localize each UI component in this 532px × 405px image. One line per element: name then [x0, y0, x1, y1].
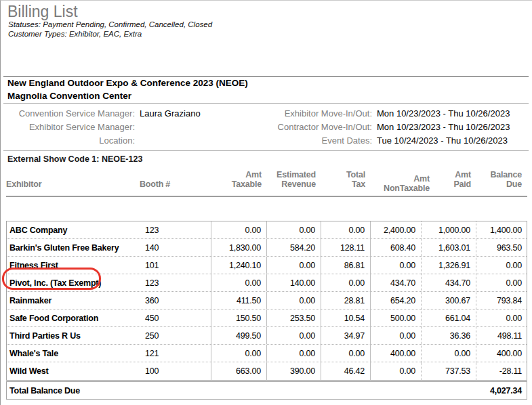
- cell-balance-due: 793.84: [476, 292, 527, 309]
- cell-amt-nontaxable: 2,400.00: [371, 221, 422, 238]
- total-label: Total Balance Due: [9, 386, 80, 396]
- cell-exhibitor: Fitness First: [7, 257, 140, 274]
- cell-balance-due: -28.11: [476, 362, 527, 380]
- cell-amt-nontaxable: 0.00: [371, 257, 422, 274]
- cell-amt-nontaxable: 0.00: [371, 362, 422, 380]
- cell-amt-paid: 36.36: [422, 327, 476, 344]
- cell-booth: 100: [140, 362, 211, 380]
- table-row: Whale's Tale1210.000.000.00400.000.00400…: [7, 345, 527, 362]
- cell-amt-paid: 0.00: [422, 345, 476, 362]
- cell-booth: 101: [140, 257, 211, 274]
- cell-estimated-revenue: 390.00: [267, 362, 321, 380]
- cell-amt-paid: 1,326.91: [422, 257, 476, 274]
- column-header-amt-nontaxable: Amt NonTaxable: [371, 172, 431, 193]
- cell-balance-due: 963.50: [476, 239, 527, 256]
- table-row: Fitness First1011,240.100.0086.810.001,3…: [7, 257, 527, 274]
- table-row: ABC Company1230.000.000.002,400.001,000.…: [7, 221, 527, 239]
- label-convention-service-manager: Convention Service Manager:: [7, 108, 135, 119]
- label-contractor-move-in-out: Contractor Move-In/Out:: [201, 122, 372, 132]
- cell-booth: 121: [140, 345, 211, 362]
- cell-amt-nontaxable: 608.40: [371, 239, 422, 256]
- cell-amt-nontaxable: 0.00: [371, 327, 422, 344]
- column-header-total-tax: Total Tax: [321, 168, 371, 189]
- cell-exhibitor: Wild West: [7, 362, 140, 380]
- cell-amt-paid: 434.70: [422, 274, 476, 291]
- total-row: Total Balance Due 4,027.34: [6, 381, 527, 400]
- cell-total-tax: 128.11: [321, 239, 371, 256]
- cell-estimated-revenue: 140.00: [267, 274, 321, 291]
- table-row: Barkin's Gluten Free Bakery1401,830.0058…: [7, 239, 527, 257]
- cell-total-tax: 34.97: [321, 327, 371, 344]
- column-header-estimated-revenue: Estimated Revenue: [267, 168, 321, 189]
- cell-estimated-revenue: 0.00: [267, 257, 321, 274]
- total-value: 4,027.34: [490, 386, 522, 396]
- cell-amt-taxable: 499.50: [211, 327, 267, 344]
- cell-total-tax: 46.42: [321, 362, 371, 380]
- cell-total-tax: 86.81: [321, 257, 371, 274]
- cell-exhibitor: Pivot, Inc. (Tax Exempt): [7, 274, 140, 291]
- cell-exhibitor: Third Parties R Us: [7, 327, 140, 344]
- column-header-amt-paid: Amt Paid: [431, 168, 476, 189]
- label-event-dates: Event Dates:: [201, 135, 372, 146]
- cell-amt-taxable: 1,830.00: [211, 239, 267, 256]
- cell-booth: 123: [140, 221, 211, 238]
- cell-exhibitor: Barkin's Gluten Free Bakery: [7, 239, 140, 256]
- value-convention-service-manager: Laura Graziano: [135, 108, 201, 119]
- cell-amt-paid: 737.53: [422, 362, 476, 380]
- column-header-exhibitor: Exhibitor: [6, 168, 140, 189]
- cell-amt-paid: 1,603.01: [422, 239, 476, 256]
- cell-total-tax: 28.81: [321, 292, 371, 309]
- cell-total-tax: 0.00: [321, 274, 371, 291]
- cell-estimated-revenue: 0.00: [267, 221, 321, 238]
- cell-booth: 140: [140, 239, 211, 256]
- label-location: Location:: [7, 135, 135, 146]
- cell-estimated-revenue: 584.20: [267, 239, 321, 256]
- cell-balance-due: 1,400.00: [476, 221, 527, 238]
- column-header-balance-due: Balance Due: [476, 168, 527, 189]
- cell-amt-nontaxable: 500.00: [371, 310, 422, 326]
- event-name: New England Outdoor Expo & Conference 20…: [7, 78, 248, 88]
- table-row: Third Parties R Us250499.500.0034.970.00…: [7, 327, 527, 345]
- cell-amt-nontaxable: 434.70: [371, 274, 422, 291]
- cell-booth: 250: [140, 327, 211, 344]
- cell-amt-nontaxable: 654.20: [371, 292, 422, 309]
- external-show-code: External Show Code 1: NEOE-123: [7, 154, 142, 164]
- table-row: Rainmaker360411.500.0028.81654.20300.677…: [7, 292, 527, 310]
- cell-estimated-revenue: 0.00: [267, 292, 321, 309]
- customer-types-filter-text: Customer Types: Exhibitor, EAC, Extra: [8, 30, 142, 38]
- cell-total-tax: 10.54: [321, 310, 371, 326]
- cell-amt-taxable: 1,240.10: [211, 257, 267, 274]
- cell-total-tax: 0.00: [321, 345, 371, 362]
- billing-list-report: Billing List Statuses: Payment Pending, …: [0, 0, 532, 405]
- cell-amt-paid: 661.04: [422, 310, 476, 326]
- label-exhibitor-service-manager: Exhibitor Service Manager:: [7, 122, 135, 132]
- divider-dark: [3, 76, 529, 77]
- cell-amt-taxable: 0.00: [211, 274, 267, 291]
- cell-total-tax: 0.00: [321, 221, 371, 238]
- cell-amt-taxable: 663.00: [211, 362, 267, 380]
- cell-amt-taxable: 0.00: [211, 345, 267, 362]
- cell-amt-nontaxable: 400.00: [371, 345, 422, 362]
- cell-estimated-revenue: 0.00: [267, 327, 321, 344]
- billing-table-header: Exhibitor Booth # Amt Taxable Estimated …: [6, 168, 527, 189]
- event-venue: Magnolia Convention Center: [7, 91, 131, 101]
- table-row: Safe Food Corporation450150.50253.5010.5…: [7, 310, 527, 327]
- cell-balance-due: 400.00: [476, 345, 527, 362]
- event-info-grid: Convention Service Manager: Laura Grazia…: [7, 106, 526, 147]
- cell-amt-paid: 1,000.00: [422, 221, 476, 238]
- statuses-filter-text: Statuses: Payment Pending, Confirmed, Ca…: [8, 20, 212, 28]
- cell-estimated-revenue: 0.00: [267, 345, 321, 362]
- value-exhibitor-move-in-out: Mon 10/23/2023 - Thu 10/26/2023: [372, 108, 526, 119]
- page-title: Billing List: [7, 3, 78, 21]
- cell-amt-taxable: 411.50: [211, 292, 267, 309]
- table-row: Pivot, Inc. (Tax Exempt)1230.00140.000.0…: [7, 274, 527, 292]
- cell-amt-taxable: 0.00: [211, 221, 267, 238]
- cell-balance-due: 0.00: [476, 257, 527, 274]
- cell-exhibitor: Rainmaker: [7, 292, 140, 309]
- cell-exhibitor: Safe Food Corporation: [7, 310, 140, 326]
- column-header-booth: Booth #: [140, 168, 211, 189]
- cell-balance-due: 0.00: [476, 310, 527, 326]
- cell-booth: 360: [140, 292, 211, 309]
- label-exhibitor-move-in-out: Exhibitor Move-In/Out:: [201, 108, 372, 119]
- value-event-dates: Tue 10/24/2023 - Thu 10/26/2023: [372, 135, 526, 146]
